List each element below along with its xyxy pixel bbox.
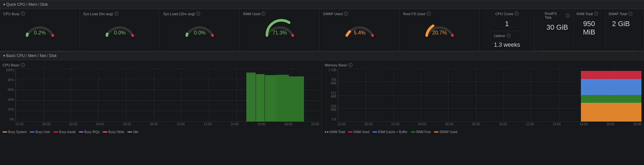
rootfs-total-label: RootFS Tota xyxy=(545,12,564,19)
mem-chart-panel: Memory Basic ⓘ 1 GiB 768 MiB 512 MiB 256… xyxy=(322,60,644,138)
cpu-legend: Busy System Busy User Busy Iowait Busy I… xyxy=(3,129,319,135)
metric-sys-load-5m: Sys Load (5m avg) ⓘ 0.0% xyxy=(80,9,160,51)
swap-total-value: 2 GiB xyxy=(612,20,630,28)
x-label-10: 10:00 xyxy=(177,122,185,126)
root-fs-used-info-icon[interactable]: ⓘ xyxy=(427,12,431,16)
rootfs-total-info-icon[interactable]: ⓘ xyxy=(566,14,570,18)
mx-label-08: 08:00 xyxy=(472,122,480,126)
sys-load-5m-gauge: 0.0% xyxy=(104,18,136,36)
legend-idle-label: Idle xyxy=(133,130,138,134)
mx-label-02: 02:00 xyxy=(391,122,399,126)
quick-section-title: Quick CPU / Mem / Disk xyxy=(6,2,48,7)
svg-point-1 xyxy=(131,34,134,37)
legend-busy-user-color xyxy=(30,131,34,132)
cpu-busy-value: 0.2% xyxy=(34,30,45,36)
mx-label-00: 00:00 xyxy=(365,122,373,126)
mem-bar-used xyxy=(581,71,642,79)
cpu-cores-label: CPU Cores xyxy=(495,12,513,16)
basic-section-collapse-icon: ▾ xyxy=(3,53,5,58)
legend-ram-used-label: RAM Used xyxy=(354,130,369,134)
cpu-x-axis: 22:00 00:00 02:00 04:00 06:00 08:00 10:0… xyxy=(15,122,319,129)
mx-label-18: 18:00 xyxy=(606,122,614,126)
mx-label-22: 22:00 xyxy=(338,122,346,126)
mx-label-12: 12:00 xyxy=(526,122,534,126)
cpu-plot xyxy=(15,68,319,122)
x-label-00: 00:00 xyxy=(42,122,50,126)
x-label-16: 16:00 xyxy=(257,122,265,126)
ram-used-value: 71.3% xyxy=(272,30,287,36)
sys-load-15m-info-icon[interactable]: ⓘ xyxy=(196,12,200,16)
legend-ram-total-color xyxy=(325,131,329,132)
mem-plot xyxy=(338,68,642,122)
legend-busy-iowait-label: Busy Iowait xyxy=(59,130,75,134)
quick-section-collapse-icon: ▾ xyxy=(3,2,5,7)
mem-chart-info-icon[interactable]: ⓘ xyxy=(348,63,353,67)
sys-load-15m-value: 0.0% xyxy=(194,30,205,36)
svg-point-2 xyxy=(211,34,214,37)
legend-ram-free-label: RAM Free xyxy=(416,130,431,134)
metric-swap-used: SWAP Used ⓘ 5.4% xyxy=(320,9,400,51)
mem-chart-area: 1 GiB 768 MiB 512 MiB 256 MiB 0 B xyxy=(325,68,642,129)
x-label-22: 22:00 xyxy=(15,122,24,126)
legend-swap-used-mem: SWAP Used xyxy=(434,130,457,134)
mem-x-axis: 22:00 00:00 02:00 04:00 06:00 08:00 10:0… xyxy=(338,122,642,129)
cpu-y-axis: 100% 80% 60% 40% 20% 0% xyxy=(3,68,15,122)
uptime-info-icon[interactable]: ⓘ xyxy=(507,34,511,38)
ram-used-label: RAM Used xyxy=(243,12,260,16)
legend-swap-used-mem-color xyxy=(434,131,439,132)
sys-load-15m-label: Sys Load (15m avg) xyxy=(163,12,195,16)
legend-busy-irqs-color xyxy=(79,131,83,132)
swap-total-label: SWAP Total xyxy=(608,12,627,16)
mem-y-axis: 1 GiB 768 MiB 512 MiB 256 MiB 0 B xyxy=(325,68,338,122)
mx-label-20: 20:00 xyxy=(633,122,641,126)
cpu-cores-value: 1 xyxy=(505,20,509,28)
ram-total-label: RAM Total xyxy=(577,12,593,16)
swap-used-info-icon[interactable]: ⓘ xyxy=(344,12,348,16)
cpu-cores-info-icon[interactable]: ⓘ xyxy=(515,12,519,16)
legend-busy-other-color xyxy=(103,131,107,132)
legend-busy-system-label: Busy System xyxy=(8,130,27,134)
metric-root-fs-used: Root FS Used ⓘ 20.7% xyxy=(400,9,480,51)
basic-section-header[interactable]: ▾ Basic CPU / Mem / Net / Disk xyxy=(0,51,644,60)
root-fs-used-gauge: 20.7% xyxy=(423,18,456,36)
ram-total-info-icon[interactable]: ⓘ xyxy=(594,12,598,16)
legend-ram-free-color xyxy=(411,131,415,132)
y-label-768mib: 768 MiB xyxy=(325,78,338,85)
quick-section-header[interactable]: ▾ Quick CPU / Mem / Disk xyxy=(0,0,644,9)
cpu-chart-area: 100% 80% 60% 40% 20% 0% xyxy=(3,68,319,129)
cpu-chart-info-icon[interactable]: ⓘ xyxy=(21,63,25,67)
ram-used-info-icon[interactable]: ⓘ xyxy=(261,12,266,16)
charts-section: CPU Basic ⓘ 100% 80% 60% 40% 20% 0% xyxy=(0,60,644,138)
ram-used-gauge: 71.3% xyxy=(264,18,296,36)
sys-load-5m-info-icon[interactable]: ⓘ xyxy=(114,12,118,16)
legend-ram-total: RAM Total xyxy=(325,130,345,134)
legend-busy-system: Busy System xyxy=(3,130,27,134)
swap-used-gauge: 5.4% xyxy=(344,18,376,36)
swap-total-info-icon[interactable]: ⓘ xyxy=(628,12,632,16)
root-fs-used-value: 20.7% xyxy=(432,30,447,36)
x-label-08: 08:00 xyxy=(150,122,158,126)
x-label-14: 14:00 xyxy=(231,122,239,126)
legend-busy-user: Busy User xyxy=(30,130,50,134)
basic-section-title: Basic CPU / Mem / Net / Disk xyxy=(6,53,57,58)
x-label-06: 06:00 xyxy=(123,122,131,126)
cpu-busy-info-icon[interactable]: ⓘ xyxy=(21,12,25,16)
mx-label-06: 06:00 xyxy=(445,122,453,126)
cpu-bar-20 xyxy=(289,76,304,121)
legend-idle: Idle xyxy=(128,130,138,134)
legend-ram-total-label: RAM Total xyxy=(330,130,345,134)
legend-swap-used-mem-label: SWAP Used xyxy=(440,130,457,134)
cpu-busy-label: CPU Busy xyxy=(3,12,20,16)
legend-ram-used-color xyxy=(348,131,353,132)
legend-ram-cache: RAM Cache + Buffer xyxy=(373,130,408,134)
svg-point-3 xyxy=(291,34,294,37)
swap-used-label: SWAP Used xyxy=(323,12,343,16)
sys-load-15m-gauge: 0.0% xyxy=(184,18,216,36)
legend-busy-irqs: Busy IRQs xyxy=(79,130,100,134)
mx-label-10: 10:00 xyxy=(499,122,507,126)
legend-busy-irqs-label: Busy IRQs xyxy=(84,130,100,134)
y-label-20: 20% xyxy=(3,108,15,111)
rootfs-total-value: 30 GiB xyxy=(546,23,568,32)
cpu-bar-17-border xyxy=(256,74,265,121)
mem-chart-title: Memory Basic xyxy=(325,63,347,67)
